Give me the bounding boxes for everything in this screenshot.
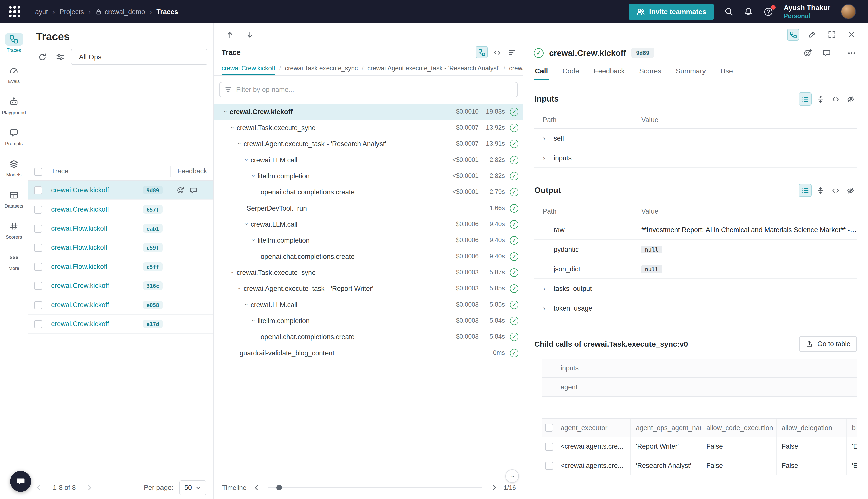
sidebar-item-evals[interactable]: Evals	[0, 58, 28, 89]
collapse-icon[interactable]: ›	[243, 301, 250, 308]
code-view-icon[interactable]	[829, 93, 842, 106]
column-header[interactable]: allow_delegation	[777, 418, 847, 437]
expand-row-icon[interactable]: ›	[543, 154, 545, 161]
output-row[interactable]: pydantic null	[534, 240, 857, 259]
next-page-button[interactable]	[86, 484, 94, 491]
hide-values-icon[interactable]	[844, 184, 857, 197]
output-row[interactable]: json_dict null	[534, 259, 857, 279]
collapse-icon[interactable]: ›	[243, 220, 250, 228]
prev-page-button[interactable]	[35, 484, 43, 491]
column-header[interactable]: b	[847, 418, 857, 437]
expand-all-icon[interactable]	[814, 93, 827, 106]
select-all-checkbox[interactable]	[545, 424, 553, 432]
trace-link[interactable]: crewai.Crew.kickoff	[51, 301, 109, 308]
column-header-trace[interactable]: Trace	[51, 167, 68, 175]
child-call-row[interactable]: <crewai.agents.cre... 'Report Writer' Fa…	[543, 437, 857, 456]
column-header[interactable]: agent_ops_agent_nan	[631, 418, 701, 437]
trace-tree-row[interactable]: › crewai.Task.execute_sync $0.0007 13.92…	[214, 120, 523, 136]
collapse-icon[interactable]: ›	[236, 284, 243, 292]
timeline-prev-icon[interactable]	[252, 484, 260, 491]
flame-graph-icon[interactable]	[506, 46, 518, 58]
path-tab[interactable]: crewai.Crew.kickoff	[222, 65, 275, 75]
tab-summary[interactable]: Summary	[675, 64, 706, 80]
tree-view-icon[interactable]	[476, 46, 488, 58]
close-icon[interactable]	[845, 28, 858, 41]
help-icon[interactable]	[764, 7, 773, 16]
wandb-logo[interactable]	[7, 4, 22, 19]
row-checkbox[interactable]	[34, 282, 42, 290]
sidebar-item-prompts[interactable]: Prompts	[0, 121, 28, 152]
timeline-next-icon[interactable]	[490, 484, 498, 491]
breadcrumb-entity[interactable]: ayut	[35, 8, 48, 15]
breadcrumb-projects[interactable]: Projects	[59, 8, 84, 15]
row-checkbox[interactable]	[34, 301, 42, 309]
table-row[interactable]: crewai.Crew.kickoff a17d	[28, 315, 213, 334]
tab-scores[interactable]: Scores	[639, 64, 661, 80]
search-icon[interactable]	[724, 7, 733, 16]
collapse-icon[interactable]: ›	[250, 317, 257, 325]
expand-row-icon[interactable]: ›	[543, 134, 545, 142]
row-checkbox[interactable]	[34, 224, 42, 232]
go-to-table-button[interactable]: Go to table	[799, 336, 857, 352]
trace-tree-row[interactable]: openai.chat.completions.create $0.0006 9…	[214, 248, 523, 264]
overflow-menu-icon[interactable]	[845, 46, 858, 59]
code-view-icon[interactable]	[829, 184, 842, 197]
trace-tree-row[interactable]: guardrail-validate_blog_content 0ms ✓	[214, 345, 523, 361]
expand-all-icon[interactable]	[814, 184, 827, 197]
output-row[interactable]: › token_usage	[534, 299, 857, 318]
sidebar-item-playground[interactable]: Playground	[0, 89, 28, 121]
select-all-checkbox[interactable]	[34, 168, 42, 176]
trace-tree-row[interactable]: openai.chat.completions.create <$0.0001 …	[214, 184, 523, 200]
trace-tree-row[interactable]: › crewai.LLM.call <$0.0001 2.82s ✓	[214, 152, 523, 168]
breadcrumb-project[interactable]: crewai_demo	[95, 8, 145, 15]
add-reaction-icon[interactable]	[177, 186, 185, 194]
sidebar-item-more[interactable]: More	[0, 245, 28, 276]
tab-use[interactable]: Use	[720, 64, 733, 80]
notifications-bell-icon[interactable]	[744, 7, 753, 16]
path-tab[interactable]: crewai.Agent.execute_task - 'Research An…	[368, 65, 499, 75]
table-row[interactable]: crewai.Flow.kickoff c59f	[28, 238, 213, 257]
table-row[interactable]: crewai.Crew.kickoff 9d89	[28, 181, 213, 200]
add-reaction-icon[interactable]	[801, 46, 814, 59]
list-view-icon[interactable]	[799, 93, 812, 106]
invite-teammates-button[interactable]: Invite teammates	[629, 3, 714, 20]
hide-values-icon[interactable]	[844, 93, 857, 106]
row-checkbox[interactable]	[34, 320, 42, 328]
timeline-handle[interactable]	[276, 485, 282, 490]
sidebar-item-scorers[interactable]: Scorers	[0, 214, 28, 245]
chat-launcher-button[interactable]	[10, 471, 31, 492]
tab-code[interactable]: Code	[562, 64, 580, 80]
sidebar-item-models[interactable]: Models	[0, 152, 28, 183]
collapse-icon[interactable]: ›	[250, 172, 257, 180]
table-row[interactable]: crewai.Crew.kickoff e058	[28, 295, 213, 315]
column-header-feedback[interactable]: Feedback	[177, 167, 207, 175]
column-settings-button[interactable]	[53, 50, 66, 63]
row-checkbox[interactable]	[34, 186, 42, 194]
collapse-icon[interactable]: ›	[229, 268, 236, 276]
sidebar-item-datasets[interactable]: Datasets	[0, 183, 28, 214]
column-header[interactable]: allow_code_execution	[701, 418, 777, 437]
child-call-row[interactable]: <crewai.agents.cre... 'Research Analyst'…	[543, 456, 857, 475]
trace-link[interactable]: crewai.Flow.kickoff	[51, 263, 108, 270]
timeline-slider[interactable]	[266, 484, 484, 491]
comment-icon[interactable]	[820, 46, 833, 59]
up-arrow-button[interactable]	[223, 28, 236, 41]
row-checkbox[interactable]	[545, 462, 553, 470]
table-row[interactable]: crewai.Crew.kickoff 657f	[28, 200, 213, 219]
code-view-icon[interactable]	[491, 46, 503, 58]
tab-call[interactable]: Call	[534, 64, 548, 80]
output-raw-value[interactable]: **Investment Report: AI in Chemical and …	[633, 226, 857, 233]
input-row[interactable]: › self	[534, 129, 857, 148]
collapse-icon[interactable]: ›	[243, 156, 250, 164]
edit-icon[interactable]	[806, 28, 819, 41]
comment-icon[interactable]	[189, 186, 197, 194]
row-checkbox[interactable]	[34, 243, 42, 252]
trace-tree-row[interactable]: › crewai.Agent.execute_task - 'Research …	[214, 136, 523, 152]
row-checkbox[interactable]	[34, 263, 42, 271]
path-tab[interactable]: crewai.Task.execute_sync	[285, 65, 358, 75]
collapse-icon[interactable]: ›	[250, 236, 257, 244]
user-menu[interactable]: Ayush Thakur Personal	[784, 3, 830, 20]
table-row[interactable]: crewai.Flow.kickoff c5ff	[28, 257, 213, 276]
trace-link[interactable]: crewai.Crew.kickoff	[51, 186, 109, 194]
per-page-select[interactable]: 50	[179, 480, 207, 495]
